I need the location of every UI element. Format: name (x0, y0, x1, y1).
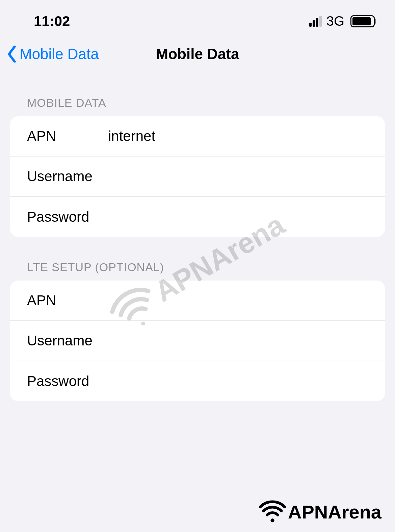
row-lte-username[interactable]: Username (10, 321, 385, 361)
lte-apn-label: APN (27, 292, 108, 309)
apn-input[interactable] (108, 128, 368, 144)
row-lte-password[interactable]: Password (10, 361, 385, 401)
settings-group-lte-setup: APN Username Password (10, 281, 385, 401)
password-input[interactable] (108, 209, 368, 225)
lte-username-input[interactable] (108, 333, 368, 349)
password-label: Password (27, 209, 108, 225)
chevron-left-icon (7, 46, 17, 63)
back-button[interactable]: Mobile Data (7, 46, 99, 63)
row-lte-apn[interactable]: APN (10, 281, 385, 321)
back-label: Mobile Data (20, 46, 99, 63)
lte-apn-input[interactable] (108, 292, 368, 309)
status-bar: 11:02 3G (0, 0, 395, 35)
row-username[interactable]: Username (10, 156, 385, 197)
row-apn[interactable]: APN (10, 116, 385, 156)
watermark-text: APNArena (288, 501, 381, 523)
lte-password-input[interactable] (108, 373, 368, 389)
battery-icon (350, 15, 375, 27)
status-indicators: 3G (309, 14, 375, 29)
signal-strength-icon (309, 16, 322, 27)
row-password[interactable]: Password (10, 197, 385, 237)
status-time: 11:02 (34, 13, 70, 29)
svg-point-0 (270, 518, 274, 522)
lte-username-label: Username (27, 333, 108, 349)
network-type-label: 3G (326, 14, 344, 29)
username-input[interactable] (108, 168, 368, 185)
wifi-icon (259, 498, 286, 525)
page-title: Mobile Data (156, 46, 239, 63)
settings-group-mobile-data: APN Username Password (10, 116, 385, 237)
section-header-lte-setup: LTE SETUP (OPTIONAL) (0, 237, 395, 281)
username-label: Username (27, 168, 108, 185)
section-header-mobile-data: MOBILE DATA (0, 73, 395, 116)
lte-password-label: Password (27, 373, 108, 389)
apn-label: APN (27, 128, 108, 144)
watermark-bottom: APNArena (259, 498, 381, 525)
navigation-bar: Mobile Data Mobile Data (0, 35, 395, 73)
